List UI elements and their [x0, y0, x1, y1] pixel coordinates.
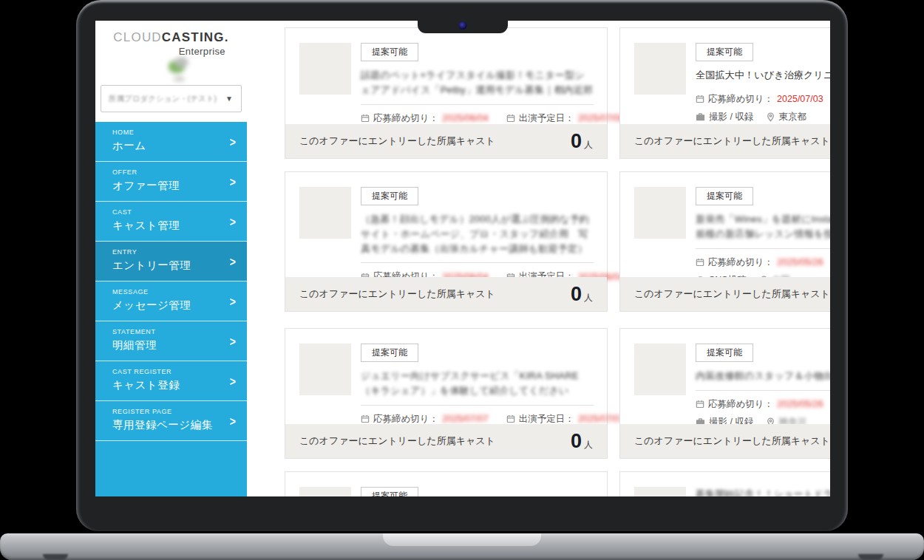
entry-footer: このオファーにエントリーした所属キャスト [620, 124, 830, 158]
chevron-right-icon: > [230, 174, 236, 188]
offer-card[interactable]: 提案可能 ジュエリー向けサブスクサービス「KIRA SHARE（キラシェア）」を… [285, 328, 608, 459]
chevron-right-icon: > [230, 334, 236, 347]
performance-value: 2025/07/07 [578, 414, 625, 424]
deadline-value: 2025/07/03 [777, 94, 823, 104]
deadline-item: 応募締め切り：2025/07/03 [696, 93, 823, 106]
camera-notch [418, 21, 508, 33]
sidebar-item-en: CAST REGISTER [112, 368, 247, 375]
offer-dates: 応募締め切り：2025/05/26 出演予定日： [696, 398, 830, 411]
calendar-icon [506, 414, 515, 423]
chevron-right-icon: > [230, 254, 236, 267]
sidebar-item-ja: エントリー管理 [112, 259, 247, 273]
deadline-label: 応募締め切り： [708, 93, 773, 106]
offer-card[interactable]: 提案可能 全国拡大中！いびき治療クリニックのイ 応募締め切り：2025/07/0… [619, 27, 830, 159]
calendar-icon [361, 114, 370, 123]
performance-item: 出演予定日：2025/07/08 [506, 112, 625, 125]
sidebar-item-cast[interactable]: CASTキャスト管理> [95, 202, 247, 242]
offer-list: 提案可能 話題のペット×ライフスタイル撮影！モニター型シェアアドバイス「Petb… [247, 21, 830, 496]
sidebar-item-en: HOME [112, 129, 247, 136]
divider [361, 262, 594, 263]
deadline-value: 2025/05/26 [777, 399, 823, 409]
chevron-right-icon: > [230, 374, 236, 387]
offer-title: 話題のペット×ライフスタイル撮影！モニター型シェアアドバイス「Petby」運用モ… [361, 68, 594, 98]
entry-count-block: 0人 [571, 130, 593, 153]
offer-thumbnail [634, 487, 686, 496]
deadline-item: 応募締め切り：2025/07/07 [361, 413, 489, 426]
offer-title: 全国拡大中！いびき治療クリニックのイ [696, 68, 830, 83]
sidebar-item-ja: 専用登録ページ編集 [112, 418, 247, 432]
chevron-right-icon: > [230, 414, 236, 427]
entry-footer-label: このオファーにエントリーした所属キャスト [634, 434, 830, 448]
app-logo: CLOUDCASTING. Enterprise [95, 30, 247, 57]
performance-item: 出演予定日：2025/07/07 [506, 413, 625, 426]
entry-footer-label: このオファーにエントリーした所属キャスト [299, 134, 495, 148]
sidebar-item-register-page[interactable]: REGISTER PAGE専用登録ページ編集> [95, 401, 247, 441]
offer-card[interactable]: 募集開始記念！！ショートドラマ出演者募集 このオファーにエントリーした所属キャス… [619, 471, 830, 496]
divider [361, 104, 594, 105]
offer-title: 新発売「Wines」を題材にInstagramもしくは20万円規模の新店舗レッス… [696, 212, 830, 242]
sidebar-item-statement[interactable]: STATEMENT明細管理> [95, 321, 247, 361]
sidebar-item-ja: メッセージ管理 [112, 298, 247, 313]
entry-footer: このオファーにエントリーした所属キャスト 0人 [285, 124, 607, 158]
offer-card[interactable]: 提案可能 このオファーにエントリーした所属キャスト [285, 471, 608, 496]
entry-unit: 人 [584, 439, 593, 451]
offer-thumbnail [634, 43, 686, 95]
calendar-icon [361, 414, 370, 423]
offer-dates: 応募締め切り：2025/05/26 出演予定日： [696, 256, 830, 269]
deadline-value: 2025/07/07 [442, 414, 489, 424]
sidebar: CLOUDCASTING. Enterprise 所属プロダクション・(テスト)… [95, 21, 247, 496]
sidebar-item-home[interactable]: HOMEホーム> [95, 122, 247, 162]
sidebar-item-entry[interactable]: ENTRYエントリー管理> [95, 242, 247, 281]
offer-title: ジュエリー向けサブスクサービス「KIRA SHARE（キラシェア）」を体験して紹… [361, 369, 594, 398]
entry-footer: このオファーにエントリーした所属キャスト 0人 [285, 277, 607, 311]
divider [696, 248, 830, 249]
offer-attributes: 撮影 / 収録 東京都 [696, 111, 830, 123]
sidebar-menu: HOMEホーム>OFFERオファー管理>CASTキャスト管理>ENTRYエントリ… [95, 122, 247, 496]
offer-thumbnail [634, 344, 686, 395]
offer-dates: 応募締め切り：2025/06/04 出演予定日：2025/07/08 [361, 112, 594, 125]
status-badge: 提案可能 [696, 344, 753, 362]
offer-card[interactable]: 提案可能 話題のペット×ライフスタイル撮影！モニター型シェアアドバイス「Petb… [285, 27, 608, 159]
production-select[interactable]: 所属プロダクション・(テスト) ▼ [101, 85, 242, 112]
deadline-label: 応募締め切り： [708, 256, 773, 269]
offer-title: 募集開始記念！！ショートドラマ出演者募集 [696, 487, 830, 496]
entry-count-block: 0人 [571, 430, 593, 453]
offer-dates: 応募締め切り：2025/07/03 出演予定日： [696, 93, 830, 106]
location-value: 東京都 [778, 111, 806, 123]
offer-dates: 応募締め切り：2025/07/07 出演予定日：2025/07/07 [361, 413, 594, 426]
entry-unit: 人 [584, 292, 593, 304]
sidebar-item-message[interactable]: MESSAGEメッセージ管理> [95, 281, 247, 321]
offer-card-content: 提案可能 新発売「Wines」を題材にInstagramもしくは20万円規模の新… [696, 187, 830, 287]
divider [696, 390, 830, 391]
sidebar-item-en: MESSAGE [112, 288, 247, 296]
offer-thumbnail [299, 43, 351, 95]
deadline-label: 応募締め切り： [373, 112, 438, 125]
screen: CLOUDCASTING. Enterprise 所属プロダクション・(テスト)… [95, 21, 830, 496]
sidebar-item-cast-register[interactable]: CAST REGISTERキャスト登録> [95, 361, 247, 401]
offer-thumbnail [634, 187, 686, 239]
briefcase-icon [696, 112, 705, 121]
sidebar-item-ja: キャスト管理 [112, 219, 247, 233]
entry-unit: 人 [584, 139, 593, 151]
deadline-label: 応募締め切り： [708, 398, 773, 411]
offer-card[interactable]: 提案可能 新発売「Wines」を題材にInstagramもしくは20万円規模の新… [619, 171, 830, 312]
status-badge: 提案可能 [361, 187, 418, 205]
deadline-label: 応募締め切り： [373, 413, 438, 426]
offer-card[interactable]: 提案可能 （急募！顔出しモデル）2000人が選ぶ圧倒的な予約サイト・ホームページ… [285, 171, 608, 312]
laptop-foot-left [43, 554, 68, 560]
status-badge: 提案可能 [361, 43, 418, 61]
offer-thumbnail [299, 487, 351, 496]
deadline-item: 応募締め切り：2025/05/26 [696, 398, 823, 411]
sidebar-item-en: ENTRY [112, 248, 247, 256]
entry-footer: このオファーにエントリーした所属キャスト [620, 277, 830, 311]
sidebar-item-en: STATEMENT [112, 328, 247, 335]
offer-title: 内装改修館のスタッフ＆小物出演募集 [696, 369, 830, 383]
location-item: 東京都 [767, 111, 806, 123]
status-badge: 提案可能 [696, 187, 753, 205]
sidebar-item-offer[interactable]: OFFERオファー管理> [95, 162, 247, 202]
status-badge: 提案可能 [361, 344, 418, 362]
offer-card[interactable]: 提案可能 内装改修館のスタッフ＆小物出演募集 応募締め切り：2025/05/26… [619, 328, 830, 459]
logo-subtitle: Enterprise [95, 46, 225, 57]
camera-dot [459, 21, 467, 30]
status-badge: 提案可能 [361, 487, 418, 496]
